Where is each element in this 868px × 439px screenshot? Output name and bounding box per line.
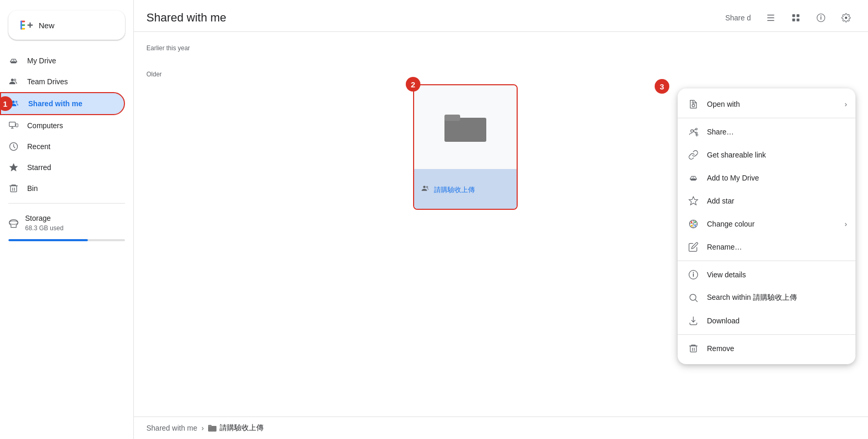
add-to-drive-icon xyxy=(688,173,699,183)
svg-rect-26 xyxy=(797,19,800,21)
sidebar-item-bin[interactable]: Bin xyxy=(0,178,125,199)
svg-point-47 xyxy=(691,225,692,227)
sidebar-item-starred[interactable]: Starred xyxy=(0,157,125,178)
chevron-icon: › xyxy=(844,100,847,108)
svg-rect-20 xyxy=(767,15,774,16)
chevron-colour-icon: › xyxy=(844,220,847,228)
storage-section: Storage 68.3 GB used xyxy=(0,210,133,245)
info-button[interactable] xyxy=(812,8,830,27)
settings-button[interactable] xyxy=(837,8,855,27)
sidebar-item-label: Shared with me xyxy=(28,99,82,108)
bin-icon xyxy=(8,183,19,194)
svg-rect-54 xyxy=(690,346,696,352)
new-button[interactable]: New xyxy=(8,10,125,40)
svg-point-19 xyxy=(9,221,18,224)
storage-used: 68.3 GB used xyxy=(25,224,63,232)
menu-item-label: Download xyxy=(707,317,739,325)
menu-item-label: Rename… xyxy=(707,243,742,251)
menu-divider-3 xyxy=(678,334,855,335)
menu-item-download[interactable]: Download xyxy=(678,309,855,332)
step-badge-3: 3 xyxy=(655,79,669,94)
storage-bar xyxy=(8,239,125,241)
menu-item-share[interactable]: Share… xyxy=(678,120,855,143)
share-icon xyxy=(688,127,699,137)
list-view-button[interactable] xyxy=(761,8,780,27)
breadcrumb-bar: Shared with me › 請購驗收上傳 xyxy=(134,417,868,439)
section-earlier: Earlier this year xyxy=(146,44,855,52)
sidebar-item-my-drive[interactable]: My Drive xyxy=(0,50,125,71)
svg-rect-21 xyxy=(767,17,774,18)
step-badge-2: 2 xyxy=(406,77,420,92)
download-icon xyxy=(688,316,699,326)
team-drives-icon xyxy=(8,76,19,87)
storage-icon xyxy=(8,219,19,231)
sidebar-divider xyxy=(8,203,125,204)
menu-item-open-with[interactable]: Open with › xyxy=(678,93,855,116)
menu-item-label: Search within 請購驗收上傳 xyxy=(707,293,797,302)
menu-item-add-to-drive[interactable]: Add to My Drive xyxy=(678,166,855,189)
svg-point-9 xyxy=(15,101,17,103)
menu-item-rename[interactable]: Rename… xyxy=(678,235,855,258)
folder-card[interactable]: 請購驗收上傳 xyxy=(413,84,518,210)
svg-point-51 xyxy=(693,272,694,273)
share-date-label: Share d xyxy=(725,14,751,22)
svg-rect-32 xyxy=(444,115,460,121)
svg-point-7 xyxy=(14,78,16,81)
remove-icon xyxy=(688,343,699,354)
menu-item-label: Open with xyxy=(707,100,740,108)
grid-view-button[interactable] xyxy=(786,8,805,27)
my-drive-icon xyxy=(8,55,19,66)
context-menu: Open with › xyxy=(678,88,855,364)
svg-rect-22 xyxy=(767,20,774,21)
svg-marker-43 xyxy=(689,197,698,205)
menu-item-label: Add star xyxy=(707,197,734,205)
new-button-label: New xyxy=(39,21,54,30)
svg-rect-25 xyxy=(792,19,795,21)
menu-item-label: Get shareable link xyxy=(707,151,766,159)
menu-item-add-star[interactable]: Add star xyxy=(678,189,855,212)
menu-item-change-colour[interactable]: Change colour › xyxy=(678,212,855,235)
menu-item-remove[interactable]: Remove xyxy=(678,337,855,360)
breadcrumb-shared-with-me[interactable]: Shared with me xyxy=(146,424,197,432)
svg-rect-16 xyxy=(10,186,17,192)
breadcrumb-separator: › xyxy=(201,424,204,432)
menu-divider-2 xyxy=(678,261,855,261)
search-icon xyxy=(688,292,699,303)
svg-rect-24 xyxy=(797,14,800,17)
open-with-icon xyxy=(688,99,699,109)
svg-point-6 xyxy=(11,78,14,81)
header-actions: Share d xyxy=(725,8,855,27)
menu-item-view-details[interactable]: View details xyxy=(678,263,855,286)
folder-preview xyxy=(414,85,517,169)
content-area: Earlier this year Older 2 xyxy=(134,32,868,439)
svg-rect-13 xyxy=(16,124,18,127)
sidebar-item-recent[interactable]: Recent xyxy=(0,136,125,157)
main-content: Shared with me Share d xyxy=(134,0,868,439)
svg-point-30 xyxy=(845,17,848,19)
menu-item-search-within[interactable]: Search within 請購驗收上傳 xyxy=(678,286,855,309)
menu-item-label: View details xyxy=(707,271,746,279)
folder-card-wrapper: 2 xyxy=(413,84,518,210)
svg-point-45 xyxy=(691,221,692,223)
svg-point-34 xyxy=(426,186,428,188)
sidebar-item-computers[interactable]: Computers xyxy=(0,115,125,136)
breadcrumb-current: 請購驗收上傳 xyxy=(208,423,264,433)
sidebar-item-shared-with-me[interactable]: Shared with me xyxy=(0,92,125,115)
svg-point-33 xyxy=(423,186,426,188)
folder-icon xyxy=(444,110,486,144)
svg-rect-58 xyxy=(208,425,212,427)
storage-bar-fill xyxy=(8,239,88,241)
star-icon xyxy=(688,196,699,206)
colour-icon xyxy=(688,219,699,229)
menu-divider-1 xyxy=(678,118,855,118)
plus-icon xyxy=(19,18,33,32)
sidebar-item-team-drives[interactable]: Team Drives xyxy=(0,71,125,92)
link-icon xyxy=(688,150,699,160)
folder-small-icon xyxy=(420,184,430,196)
svg-point-36 xyxy=(691,130,693,132)
sidebar: New My Drive Te xyxy=(0,0,134,439)
svg-rect-31 xyxy=(444,118,486,142)
menu-item-get-link[interactable]: Get shareable link xyxy=(678,143,855,166)
menu-item-label: Add to My Drive xyxy=(707,174,759,182)
folder-info: 請購驗收上傳 xyxy=(414,169,517,210)
